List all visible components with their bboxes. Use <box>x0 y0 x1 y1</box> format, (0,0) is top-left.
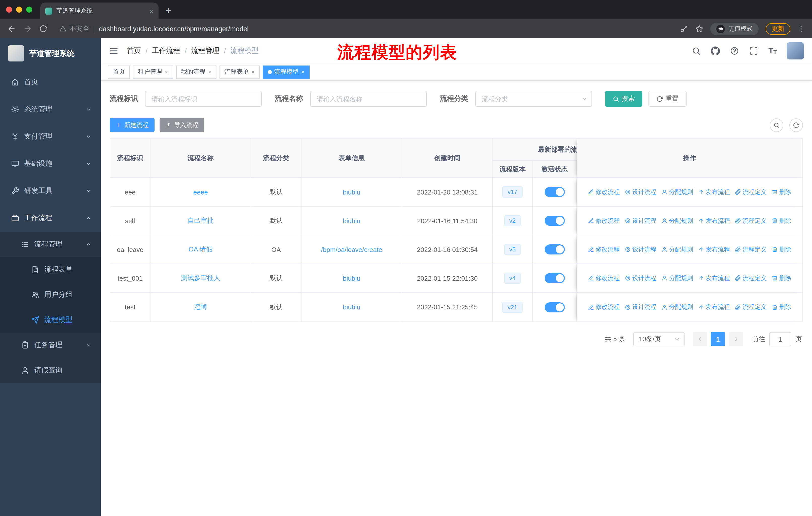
version-badge[interactable]: v17 <box>503 186 523 197</box>
action-delete-link[interactable]: 删除 <box>772 303 791 311</box>
form-link[interactable]: biubiu <box>343 188 360 196</box>
action-delete-link[interactable]: 删除 <box>772 245 791 254</box>
sidebar-item-process-management[interactable]: 流程管理 <box>0 232 101 257</box>
form-link[interactable]: /bpm/oa/leave/create <box>321 246 382 253</box>
action-definition-link[interactable]: 流程定义 <box>735 216 767 225</box>
action-publish-link[interactable]: 发布流程 <box>698 188 730 196</box>
version-badge[interactable]: v4 <box>504 273 521 284</box>
browser-menu-icon[interactable]: ⋮ <box>798 24 805 33</box>
sidebar-item-task-management[interactable]: 任务管理 <box>0 332 101 358</box>
action-publish-link[interactable]: 发布流程 <box>698 245 730 254</box>
action-assign-link[interactable]: 分配规则 <box>662 245 693 254</box>
action-design-link[interactable]: 设计流程 <box>625 303 657 311</box>
action-edit-link[interactable]: 修改流程 <box>588 303 620 311</box>
tag-tenant[interactable]: 租户管理 × <box>133 65 173 78</box>
sidebar-item-system[interactable]: 系统管理 <box>0 96 101 123</box>
chrome-update-button[interactable]: 更新 <box>766 23 790 34</box>
model-name-link[interactable]: 测试多审批人 <box>181 274 220 283</box>
reset-button[interactable]: 重置 <box>648 91 687 107</box>
action-design-link[interactable]: 设计流程 <box>625 188 657 196</box>
goto-page-input[interactable] <box>769 332 791 346</box>
sidebar-item-leave-query[interactable]: 请假查询 <box>0 358 101 383</box>
action-edit-link[interactable]: 修改流程 <box>588 245 620 254</box>
action-publish-link[interactable]: 发布流程 <box>698 216 730 225</box>
close-window-button[interactable] <box>6 6 12 12</box>
model-name-link[interactable]: eeee <box>193 188 208 196</box>
model-name-link[interactable]: 滔博 <box>194 303 207 312</box>
active-toggle[interactable] <box>545 244 564 254</box>
sidebar-item-workflow[interactable]: 工作流程 <box>0 205 101 232</box>
sidebar-item-process-form[interactable]: 流程表单 <box>0 257 101 282</box>
tag-my-process[interactable]: 我的流程 × <box>176 65 216 78</box>
key-icon[interactable] <box>680 25 688 33</box>
active-toggle[interactable] <box>545 216 564 226</box>
action-assign-link[interactable]: 分配规则 <box>662 216 693 225</box>
sidebar-item-devtools[interactable]: 研发工具 <box>0 178 101 205</box>
search-button[interactable]: 搜索 <box>605 91 642 107</box>
current-page-button[interactable]: 1 <box>711 332 725 346</box>
action-delete-link[interactable]: 删除 <box>772 188 791 196</box>
incognito-badge[interactable]: 无痕模式 <box>710 22 759 35</box>
close-icon[interactable]: × <box>165 68 168 75</box>
search-icon[interactable] <box>692 46 701 55</box>
action-design-link[interactable]: 设计流程 <box>625 216 657 225</box>
action-edit-link[interactable]: 修改流程 <box>588 274 620 282</box>
action-publish-link[interactable]: 发布流程 <box>698 303 730 311</box>
breadcrumb-workflow[interactable]: 工作流程 <box>152 46 180 55</box>
create-process-button[interactable]: 新建流程 <box>110 118 154 132</box>
prev-page-button[interactable] <box>693 332 707 346</box>
forward-icon[interactable] <box>23 24 32 33</box>
user-avatar[interactable] <box>787 42 804 59</box>
version-badge[interactable]: v5 <box>504 244 521 255</box>
category-select[interactable] <box>475 91 592 107</box>
action-assign-link[interactable]: 分配规则 <box>662 303 693 311</box>
tag-process-model[interactable]: 流程模型 × <box>263 65 310 78</box>
close-icon[interactable]: × <box>251 68 255 75</box>
active-toggle[interactable] <box>545 302 564 312</box>
close-icon[interactable]: × <box>208 68 211 75</box>
action-assign-link[interactable]: 分配规则 <box>662 188 693 196</box>
sidebar-collapse-icon[interactable] <box>109 46 119 56</box>
action-definition-link[interactable]: 流程定义 <box>735 245 767 254</box>
bookmark-star-icon[interactable] <box>695 25 703 33</box>
import-process-button[interactable]: 导入流程 <box>160 118 204 132</box>
action-definition-link[interactable]: 流程定义 <box>735 188 767 196</box>
new-tab-button[interactable]: + <box>166 5 171 15</box>
font-size-icon[interactable]: TT <box>768 47 777 55</box>
active-toggle[interactable] <box>545 273 564 283</box>
action-edit-link[interactable]: 修改流程 <box>588 216 620 225</box>
version-badge[interactable]: v21 <box>503 302 523 313</box>
breadcrumb-home[interactable]: 首页 <box>127 46 141 55</box>
category-select-input[interactable] <box>475 91 592 107</box>
breadcrumb-process-management[interactable]: 流程管理 <box>191 46 220 55</box>
action-delete-link[interactable]: 删除 <box>772 274 791 282</box>
maximize-window-button[interactable] <box>26 6 32 12</box>
reload-icon[interactable] <box>39 25 47 33</box>
sidebar-item-payment[interactable]: 支付管理 <box>0 123 101 150</box>
sidebar-item-home[interactable]: 首页 <box>0 69 101 96</box>
close-icon[interactable]: × <box>301 68 304 75</box>
app-logo[interactable]: 芋道管理系统 <box>0 38 101 69</box>
form-link[interactable]: biubiu <box>343 303 360 311</box>
help-icon[interactable] <box>730 46 739 55</box>
process-name-input[interactable] <box>310 91 427 107</box>
address-bar[interactable]: 不安全 | dashboard.yudao.iocoder.cn/bpm/man… <box>59 24 673 33</box>
action-publish-link[interactable]: 发布流程 <box>698 274 730 282</box>
model-name-link[interactable]: 自己审批 <box>187 216 214 225</box>
back-icon[interactable] <box>7 24 16 33</box>
active-toggle[interactable] <box>545 187 564 197</box>
action-assign-link[interactable]: 分配规则 <box>662 274 693 282</box>
page-size-select[interactable]: 10条/页 <box>633 332 685 346</box>
sidebar-item-process-model[interactable]: 流程模型 <box>0 307 101 332</box>
action-edit-link[interactable]: 修改流程 <box>588 188 620 196</box>
form-link[interactable]: biubiu <box>343 217 360 224</box>
next-page-button[interactable] <box>729 332 743 346</box>
action-definition-link[interactable]: 流程定义 <box>735 303 767 311</box>
model-name-link[interactable]: OA 请假 <box>188 245 212 254</box>
action-design-link[interactable]: 设计流程 <box>625 245 657 254</box>
sidebar-item-infrastructure[interactable]: 基础设施 <box>0 150 101 178</box>
minimize-window-button[interactable] <box>16 6 22 12</box>
sidebar-item-user-group[interactable]: 用户分组 <box>0 282 101 307</box>
github-icon[interactable] <box>711 46 720 55</box>
refresh-table-button[interactable] <box>789 118 803 132</box>
